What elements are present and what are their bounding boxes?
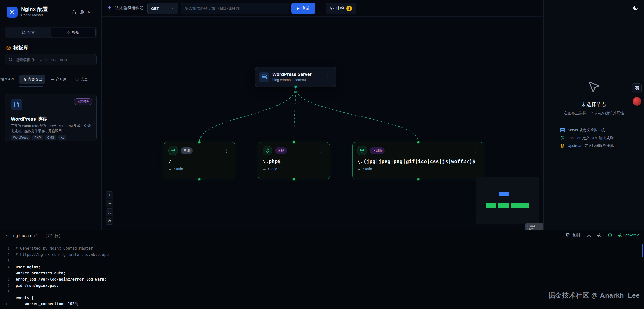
flow-canvas[interactable]: WordPress Server blog.example.com:80 ⋮ 前… xyxy=(102,17,543,230)
location-path: \.(jpg|jpeg|png|gif|ico|css|js|woff2?)$ xyxy=(357,158,479,164)
widgets-button[interactable] xyxy=(632,83,642,93)
location-path: / xyxy=(168,158,231,164)
language-toggle[interactable]: EN xyxy=(79,8,90,17)
card-tags: WordPress PHP CMS +1 xyxy=(11,135,66,140)
location-input-handle[interactable] xyxy=(417,141,420,144)
arrow-right-icon: → xyxy=(263,167,266,171)
card-category-badge: 内容管理 xyxy=(74,98,92,105)
template-library-title: 模板库 xyxy=(6,44,28,51)
tab-config-label: 配置 xyxy=(27,30,35,35)
minimap[interactable] xyxy=(476,177,539,224)
location-output-handle[interactable] xyxy=(417,178,420,181)
code-filename[interactable]: nginx.conf xyxy=(13,233,37,238)
stethoscope-icon xyxy=(329,6,334,11)
location-input-handle[interactable] xyxy=(198,141,201,144)
search-input[interactable] xyxy=(15,58,93,62)
react-flow-attribution: React Flow xyxy=(525,223,543,230)
node-menu-button[interactable]: ⋮ xyxy=(223,147,231,154)
node-menu-button[interactable]: ⋮ xyxy=(471,147,479,154)
location-target: Static xyxy=(268,167,277,171)
category-cms[interactable]: 内容管理 xyxy=(19,75,45,84)
empty-title: 未选择节点 xyxy=(544,101,644,108)
canvas-controls: + − xyxy=(106,191,113,225)
request-simulator-toolbar: 请求路径模拟器 GET ▶ 测试 体检 2 xyxy=(102,0,543,17)
collapse-chevron-icon[interactable] xyxy=(5,233,10,238)
edge-server-loc3 xyxy=(295,87,418,142)
node-menu-button[interactable]: ⋮ xyxy=(324,73,332,80)
match-type-badge: 前缀 xyxy=(181,147,193,154)
code-panel-header: nginx.conf (77 行) 复制 下载 下载 Dockerfile xyxy=(0,230,644,242)
copy-button[interactable]: 复制 xyxy=(566,233,580,238)
tab-config[interactable]: 配置 xyxy=(6,28,51,37)
config-gear-icon xyxy=(22,30,26,34)
lock-button[interactable] xyxy=(106,217,113,225)
match-type-badge: 正则 xyxy=(275,147,287,154)
location-node-prefix[interactable]: 前缀 ⋮ / → Static xyxy=(164,142,235,179)
code-output-panel: nginx.conf (77 行) 复制 下载 下载 Dockerfile xyxy=(0,230,644,309)
match-type-badge: 正则(i) xyxy=(370,147,385,154)
health-check-button[interactable]: 体检 2 xyxy=(326,3,356,14)
location-icon xyxy=(560,136,565,140)
category-scrollbar[interactable] xyxy=(19,86,43,87)
edge-server-loc1 xyxy=(199,87,295,142)
app-subtitle: Config Master xyxy=(21,13,43,17)
empty-hint: 在画布上选择一个节点来编辑其属性 xyxy=(544,111,644,116)
maximize-icon xyxy=(108,210,111,214)
location-output-handle[interactable] xyxy=(198,178,201,181)
server-node[interactable]: WordPress Server blog.example.com:80 ⋮ xyxy=(255,67,336,87)
app-title: Nginx 配置 xyxy=(21,6,48,13)
location-input-handle[interactable] xyxy=(292,141,296,144)
download-button[interactable]: 下载 xyxy=(587,233,601,238)
upstream-icon xyxy=(560,144,565,148)
left-sidebar: Nginx 配置 Config Master EN 配置 模板 xyxy=(0,0,102,230)
code-editor[interactable]: 1# Generated by Nginx Config Master 2# h… xyxy=(0,245,644,307)
minimap-location-node xyxy=(486,203,496,208)
avatar[interactable] xyxy=(633,97,641,106)
location-node-static-assets[interactable]: 正则(i) ⋮ \.(jpg|jpeg|png|gif|ico|css|js|w… xyxy=(352,142,484,179)
file-text-icon xyxy=(22,78,26,81)
inspector-panel: 未选择节点 在画布上选择一个节点来编辑其属性 Server 块定义虚拟主机 Lo… xyxy=(543,0,644,230)
download-icon xyxy=(587,233,591,237)
zoom-out-button[interactable]: − xyxy=(106,200,113,207)
code-line: 2# https://nginx-config-master.lovable.a… xyxy=(0,252,644,258)
download-dockerfile-button[interactable]: 下载 Dockerfile xyxy=(608,233,639,238)
fit-view-button[interactable] xyxy=(106,208,113,216)
location-pin-icon xyxy=(357,146,367,155)
category-security[interactable]: 安全 xyxy=(72,75,91,84)
code-line: 5worker_processes auto; xyxy=(0,270,644,276)
node-menu-button[interactable]: ⋮ xyxy=(317,147,325,154)
method-select[interactable]: GET xyxy=(147,3,178,14)
location-pin-icon xyxy=(168,146,178,155)
sidebar-header: Nginx 配置 Config Master EN xyxy=(0,0,101,24)
app-logo xyxy=(7,7,18,18)
sidebar-tab-bar: 配置 模板 xyxy=(5,27,97,38)
scrollbar-thumb[interactable] xyxy=(642,244,643,257)
community-watermark: 掘金技术社区 @ Anarkh_Lee xyxy=(548,291,640,300)
play-icon: ▶ xyxy=(297,7,299,10)
tag: WordPress xyxy=(11,135,30,140)
chevron-down-icon xyxy=(170,6,174,10)
tab-templates[interactable]: 模板 xyxy=(51,28,96,37)
export-button[interactable] xyxy=(69,8,78,17)
theme-toggle-button[interactable] xyxy=(630,3,640,13)
category-tabs: 端 & API 内容管理 高可用 安全 xyxy=(0,74,102,84)
health-issue-badge: 2 xyxy=(346,6,352,11)
shield-icon xyxy=(75,78,79,81)
template-card-wordpress[interactable]: 内容管理 WordPress 博客 完整的 WordPress 配置，包含 PH… xyxy=(5,94,97,141)
test-path-input[interactable] xyxy=(181,3,289,14)
moon-icon xyxy=(632,5,638,11)
simulator-label: 请求路径模拟器 xyxy=(115,6,143,11)
copy-icon xyxy=(566,233,570,237)
location-output-handle[interactable] xyxy=(292,178,296,181)
zoom-in-button[interactable]: + xyxy=(106,191,113,199)
mouse-pointer-icon xyxy=(587,80,601,94)
code-line: 7pid /run/nginx.pid; xyxy=(0,283,644,289)
tag: CMS xyxy=(45,135,56,140)
globe-icon xyxy=(79,10,84,14)
grid-icon xyxy=(66,30,70,34)
category-api[interactable]: 端 & API xyxy=(0,75,17,84)
server-output-handle[interactable] xyxy=(294,85,297,89)
category-ha[interactable]: 高可用 xyxy=(47,75,70,84)
test-button[interactable]: ▶ 测试 xyxy=(291,3,315,14)
location-node-php[interactable]: 正则 ⋮ \.php$ → Static xyxy=(258,142,330,179)
